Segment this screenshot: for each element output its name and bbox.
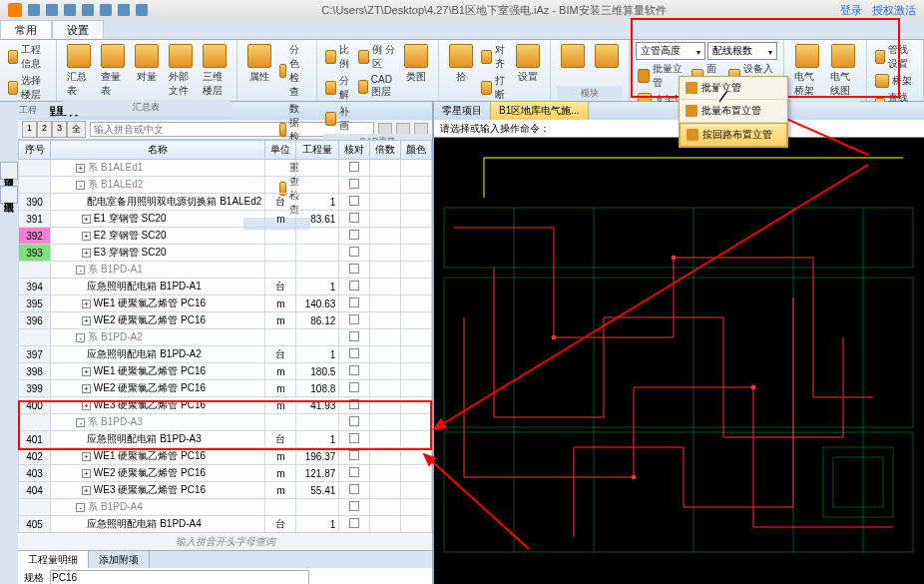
search-tab-all[interactable]: 全 bbox=[67, 121, 86, 138]
table-row[interactable]: 392 +E2 穿钢管 SC20 bbox=[19, 228, 432, 245]
table-row[interactable]: -系 B1PD-A2 bbox=[19, 329, 432, 346]
table-row[interactable]: -系 B1PD-A3 bbox=[19, 414, 432, 431]
qat-icon[interactable] bbox=[82, 4, 94, 16]
search-hint[interactable]: 输入拼音开头字母查询 bbox=[18, 532, 432, 550]
grid-icon bbox=[686, 82, 697, 94]
wire-set-button[interactable]: 管线设置 bbox=[873, 42, 917, 72]
misc-button[interactable] bbox=[557, 42, 589, 72]
pipe-button[interactable]: 桥架 bbox=[873, 73, 917, 89]
table-row[interactable]: 405 应急照明配电箱 B1PD-A4台1 bbox=[19, 516, 432, 533]
table-row[interactable]: 398 +WE1 硬聚氯乙烯管 PC16m180.5 bbox=[19, 363, 432, 380]
side-tab-project[interactable]: 项目管理 bbox=[0, 162, 18, 180]
app-icon bbox=[8, 3, 22, 17]
table-row[interactable]: -系 B1PD-A4 bbox=[19, 499, 432, 516]
scale-button[interactable]: 比例 bbox=[323, 42, 354, 72]
table-row[interactable]: 395 +WE1 硬聚氯乙烯管 PC16m140.63 bbox=[19, 295, 432, 312]
popup-batch-riser[interactable]: 批量立管 bbox=[680, 77, 787, 100]
detail-tabs: 工程量明细 添加附项 bbox=[18, 550, 432, 568]
group-label: 模块 bbox=[557, 86, 623, 101]
tab-floor[interactable]: B1区地库电气施... bbox=[491, 102, 589, 120]
table-row[interactable]: 401 应急照明配电箱 B1PD-A3台1 bbox=[19, 431, 432, 448]
table-row[interactable]: -系 B1PD-A1 bbox=[19, 262, 432, 279]
tab-add[interactable]: 添加附项 bbox=[89, 551, 150, 568]
pick-button[interactable]: 拾 bbox=[445, 42, 477, 103]
wire-count-dropdown[interactable]: 配线根数 bbox=[707, 42, 777, 60]
svg-line-16 bbox=[424, 454, 529, 549]
elec-figure-button[interactable]: 电气线图 bbox=[826, 42, 860, 100]
color-check-button[interactable]: 分色检查 bbox=[277, 42, 311, 100]
quantity-tree-table[interactable]: 序号 名称 单位 工程量 核对 倍数 颜色 +系 B1ALEd1 -系 B1AL… bbox=[18, 140, 432, 532]
compare-button[interactable]: 对量 bbox=[131, 42, 163, 100]
quick-access-toolbar[interactable] bbox=[28, 4, 148, 16]
align-button[interactable]: 对齐 bbox=[479, 42, 510, 72]
col-unit[interactable]: 单位 bbox=[265, 141, 296, 160]
table-row[interactable]: 399 +WE2 硬聚氯乙烯管 PC16m108.8 bbox=[19, 380, 432, 397]
svg-line-15 bbox=[434, 165, 868, 429]
col-mult[interactable]: 倍数 bbox=[370, 141, 401, 160]
table-row[interactable]: 396 +WE2 硬聚氯乙烯管 PC16m86.12 bbox=[19, 312, 432, 329]
grid-icon bbox=[686, 105, 697, 117]
view-qty-button[interactable]: 查量表 bbox=[97, 42, 129, 100]
summary-button[interactable]: 汇总表 bbox=[63, 42, 95, 100]
annotation-arrow-2 bbox=[429, 160, 878, 451]
ext-file-button[interactable]: 外部文件 bbox=[165, 42, 197, 100]
detail-panel: 规格 替代 保温厚度 bbox=[18, 568, 432, 584]
col-qty[interactable]: 工程量 bbox=[296, 141, 339, 160]
popup-circuit-riser[interactable]: 按回路布置立管 bbox=[680, 123, 787, 147]
table-row[interactable]: 391 +E1 穿钢管 SC20m83.61 bbox=[19, 211, 432, 228]
login-link[interactable]: 登录 bbox=[840, 3, 862, 18]
break-button[interactable]: 打断 bbox=[479, 73, 510, 103]
rebar-button[interactable]: 分解 bbox=[323, 73, 354, 103]
side-tab-drawings[interactable]: 图纸管理 bbox=[0, 186, 18, 204]
svg-point-13 bbox=[632, 475, 636, 479]
table-row[interactable]: 400 +WE3 硬聚氯乙烯管 PC16m41.93 bbox=[19, 397, 432, 414]
tab-misc[interactable]: 零星项目 bbox=[434, 102, 491, 120]
tab-common[interactable]: 常用 bbox=[0, 20, 52, 39]
3d-floor-button[interactable]: 三维楼层 bbox=[199, 42, 231, 100]
qat-icon[interactable] bbox=[46, 4, 58, 16]
settings-button[interactable]: 设置 bbox=[512, 42, 544, 103]
qat-icon[interactable] bbox=[136, 4, 148, 16]
qat-icon[interactable] bbox=[64, 4, 76, 16]
draw-button[interactable]: 类图 bbox=[400, 42, 432, 134]
riser-popup-menu: 批量立管 批量布置立管 按回路布置立管 bbox=[679, 76, 788, 148]
spec-label: 规格 bbox=[24, 571, 44, 585]
search-tab-2[interactable]: 2 bbox=[37, 121, 52, 138]
col-name[interactable]: 名称 bbox=[51, 141, 265, 160]
license-link[interactable]: 授权激活 bbox=[872, 3, 916, 18]
layer-button[interactable]: CAD图层 bbox=[356, 73, 398, 100]
table-row[interactable]: 403 +WE2 硬聚氯乙烯管 PC16m121.87 bbox=[19, 465, 432, 482]
tab-settings[interactable]: 设置 bbox=[52, 20, 104, 39]
tab-detail[interactable]: 工程量明细 bbox=[18, 551, 89, 568]
spec-input[interactable] bbox=[50, 570, 309, 584]
table-row[interactable]: 394 应急照明配电箱 B1PD-A1台1 bbox=[19, 279, 432, 295]
col-color[interactable]: 颜色 bbox=[401, 141, 432, 160]
annotation-arrow-3 bbox=[419, 449, 539, 561]
table-row[interactable]: -系 B1ALEd2 bbox=[19, 177, 432, 194]
search-tab-3[interactable]: 3 bbox=[52, 121, 67, 138]
col-seq[interactable]: 序号 bbox=[19, 141, 51, 160]
partial-button[interactable]: 例 分区 bbox=[356, 42, 398, 72]
ribbon-tabs: 常用 设置 bbox=[0, 20, 924, 40]
table-row[interactable]: 397 应急照明配电箱 B1PD-A2台1 bbox=[19, 346, 432, 363]
svg-rect-9 bbox=[833, 457, 883, 507]
title-links: 登录 授权激活 bbox=[840, 3, 916, 18]
qat-icon[interactable] bbox=[28, 4, 40, 16]
riser-height-dropdown[interactable]: 立管高度 bbox=[636, 42, 705, 60]
elec-cabinet-button[interactable]: 电气桥架 bbox=[790, 42, 824, 100]
search-tab-1[interactable]: 1 bbox=[22, 121, 37, 138]
table-row[interactable]: +系 B1ALEd1 bbox=[19, 160, 432, 177]
misc-button[interactable] bbox=[591, 42, 623, 72]
popup-batch-place-riser[interactable]: 批量布置立管 bbox=[680, 100, 787, 123]
col-check[interactable]: 核对 bbox=[339, 141, 370, 160]
table-row[interactable]: 390 配电室备用照明双电源切换箱 B1ALEd2台1 bbox=[19, 194, 432, 211]
qat-icon[interactable] bbox=[118, 4, 130, 16]
grid-icon bbox=[687, 129, 698, 141]
fill-button[interactable]: 补画 bbox=[323, 104, 354, 134]
sel-floor-button[interactable]: 选择楼层 bbox=[6, 73, 50, 103]
table-row[interactable]: 404 +WE3 硬聚氯乙烯管 PC16m55.41 bbox=[19, 482, 432, 499]
table-row[interactable]: 393 +E3 穿钢管 SC20 bbox=[19, 245, 432, 262]
table-row[interactable]: 402 +WE1 硬聚氯乙烯管 PC16m196.37 bbox=[19, 448, 432, 465]
qat-icon[interactable] bbox=[100, 4, 112, 16]
proj-info-button[interactable]: 工程信息 bbox=[6, 42, 50, 72]
